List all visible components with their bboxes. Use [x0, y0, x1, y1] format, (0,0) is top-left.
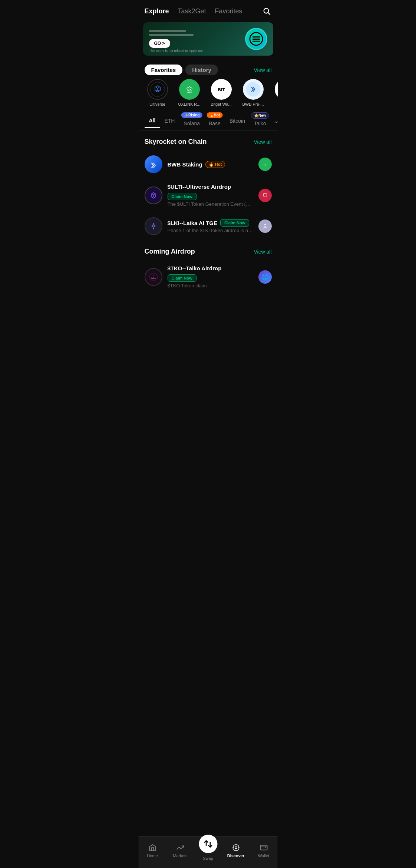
bwb-staking-side-icon: UX [258, 158, 272, 171]
banner: GO > This event is not related to Apple … [143, 22, 273, 56]
lki-airdrop-title: $LKI--Laika AI TGE [168, 220, 217, 226]
filter-all-label: All [149, 118, 156, 123]
ulti-airdrop-icon [145, 187, 162, 204]
filter-more-button[interactable]: ⌄ [271, 117, 278, 129]
ulti-airdrop-content: $ULTI--Ultiverse Airdrop Claim Now The $… [168, 184, 253, 207]
tko-airdrop-claim-badge[interactable]: Claim Now [168, 274, 197, 282]
fav-label-ultiverse: Ultiverse [149, 102, 165, 106]
bwb-staking-hot-badge: 🔥 Hot [205, 161, 225, 168]
fav-item-bwb[interactable]: BWB Pre-... [240, 79, 266, 106]
nav-discover[interactable]: Discover [225, 843, 247, 858]
filter-base[interactable]: 🔥Hot Base [204, 115, 225, 130]
tko-airdrop-title: $TKO--Taiko Airdrop [168, 265, 222, 271]
lki-airdrop-claim-badge[interactable]: Claim Now [220, 219, 249, 227]
history-tab-btn[interactable]: History [185, 65, 218, 75]
lki-airdrop-content: $LKI--Laika AI TGE Claim Now Phase 1 of … [168, 219, 253, 233]
coming-airdrop-section-header: Coming Airdrop View all [139, 240, 278, 260]
nav-home[interactable]: Home [141, 843, 164, 858]
svg-rect-23 [260, 845, 267, 850]
lki-airdrop-side [258, 220, 272, 233]
bwb-staking-icon [145, 155, 162, 173]
bwb-staking-content: BWB Staking 🔥 Hot [168, 161, 253, 168]
skyrocket-view-all[interactable]: View all [254, 139, 272, 145]
bwb-staking-title: BWB Staking [168, 161, 202, 168]
wallet-icon [259, 843, 268, 852]
favorites-scroll: Ultiverse UX LINK UXLINK R... BIT Bitget… [139, 79, 278, 112]
nav-discover-label: Discover [227, 854, 244, 858]
nav-wallet[interactable]: Wallet [252, 843, 275, 858]
svg-rect-4 [252, 39, 260, 40]
filter-bitcoin[interactable]: Bitcoin [225, 118, 250, 128]
banner-go-button[interactable]: GO > [149, 39, 170, 48]
filter-base-label: Base [209, 121, 221, 126]
ulti-airdrop-title: $ULTI--Ultiverse Airdrop [168, 184, 231, 190]
lki-airdrop-icon [145, 217, 162, 235]
list-item-lki-airdrop[interactable]: $LKI--Laika AI TGE Claim Now Phase 1 of … [139, 212, 278, 240]
filter-taiko-label: Taiko [254, 121, 266, 126]
task2get-tab[interactable]: Task2Get [178, 7, 206, 15]
home-icon [148, 843, 157, 852]
filter-solana-badge: ✨Rising [181, 112, 202, 118]
nav-markets-label: Markets [173, 854, 187, 858]
list-item-tko-airdrop[interactable]: ⚠ taiko $TKO--Taiko Airdrop Claim Now $T… [139, 260, 278, 294]
svg-rect-5 [252, 41, 260, 42]
svg-rect-3 [252, 36, 260, 37]
banner-disclaimer: This event is not related to Apple Inc. [149, 49, 204, 53]
fav-icon-ultiverse [147, 79, 168, 100]
markets-icon [176, 843, 185, 852]
ulti-airdrop-desc: The $ULTI Token Generation Event (TGE) i… [168, 201, 253, 207]
banner-text-lines [149, 30, 194, 36]
filter-row: All ETH ✨Rising Solana 🔥Hot Base Bitcoin… [139, 112, 278, 131]
nav-swap-label: Swap [203, 856, 213, 861]
ulti-airdrop-claim-badge[interactable]: Claim Now [168, 193, 197, 200]
header: Explore Task2Get Favorites [139, 0, 278, 19]
fav-icon-bitget2: BI [275, 79, 278, 100]
list-item-ulti-airdrop[interactable]: $ULTI--Ultiverse Airdrop Claim Now The $… [139, 178, 278, 212]
search-button[interactable] [261, 6, 272, 16]
filter-taiko[interactable]: ⭐New Taiko [250, 115, 271, 130]
fav-label-bitget-wallet: Bitget Wa... [211, 102, 231, 106]
svg-point-22 [235, 846, 237, 849]
banner-content: GO > This event is not related to Apple … [149, 30, 194, 48]
favorites-tab-btn[interactable]: Favorites [145, 65, 183, 75]
svg-text:UX: UX [264, 164, 267, 166]
bottom-spacer [139, 294, 278, 323]
lki-airdrop-desc: Phase 1 of the $LKI token airdrop is now… [168, 228, 253, 233]
banner-line-2 [149, 34, 194, 36]
nav-home-label: Home [147, 854, 158, 858]
fav-item-uxlink[interactable]: UX LINK UXLINK R... [176, 79, 202, 106]
bwb-staking-title-row: BWB Staking 🔥 Hot [168, 161, 253, 168]
skyrocket-title: Skyrocket on Chain [145, 138, 207, 146]
filter-eth[interactable]: ETH [160, 118, 179, 128]
explore-tab[interactable]: Explore [145, 7, 169, 15]
fav-icon-uxlink: UX LINK [179, 79, 200, 100]
swap-button[interactable] [199, 835, 217, 853]
svg-text:UX: UX [187, 88, 192, 92]
banner-logo-icon [249, 32, 263, 46]
fav-item-ultiverse[interactable]: Ultiverse [145, 79, 171, 106]
tko-airdrop-title-row: $TKO--Taiko Airdrop Claim Now [168, 265, 253, 282]
fav-icon-bitget-wallet: BIT [211, 79, 232, 100]
svg-line-1 [268, 13, 270, 14]
filter-eth-label: ETH [164, 118, 175, 124]
nav-markets[interactable]: Markets [169, 843, 191, 858]
nav-swap[interactable]: Swap [197, 841, 219, 861]
banner-line-1 [149, 30, 186, 32]
fav-label-bwb: BWB Pre-... [242, 102, 264, 106]
favorites-tabs: Favorites History [145, 65, 218, 75]
filter-solana[interactable]: ✨Rising Solana [179, 115, 204, 130]
bottom-nav: Home Markets Swap Discover [139, 836, 278, 868]
tko-airdrop-side: 🌐 [258, 270, 272, 284]
favorites-view-all[interactable]: View all [254, 67, 272, 73]
tko-airdrop-content: $TKO--Taiko Airdrop Claim Now $TKO Token… [168, 265, 253, 288]
fav-item-bitget2[interactable]: BI Bitget [272, 79, 278, 106]
ulti-airdrop-side [258, 189, 272, 202]
fav-item-bitget-wallet[interactable]: BIT Bitget Wa... [208, 79, 234, 106]
svg-text:LINK: LINK [187, 91, 192, 93]
filter-taiko-badge: ⭐New [251, 112, 269, 119]
tko-airdrop-icon: ⚠ taiko [145, 268, 162, 286]
favorites-tab[interactable]: Favorites [215, 7, 242, 15]
list-item-bwb-staking[interactable]: BWB Staking 🔥 Hot UX [139, 150, 278, 178]
filter-all[interactable]: All [145, 118, 160, 128]
coming-airdrop-view-all[interactable]: View all [254, 249, 272, 255]
